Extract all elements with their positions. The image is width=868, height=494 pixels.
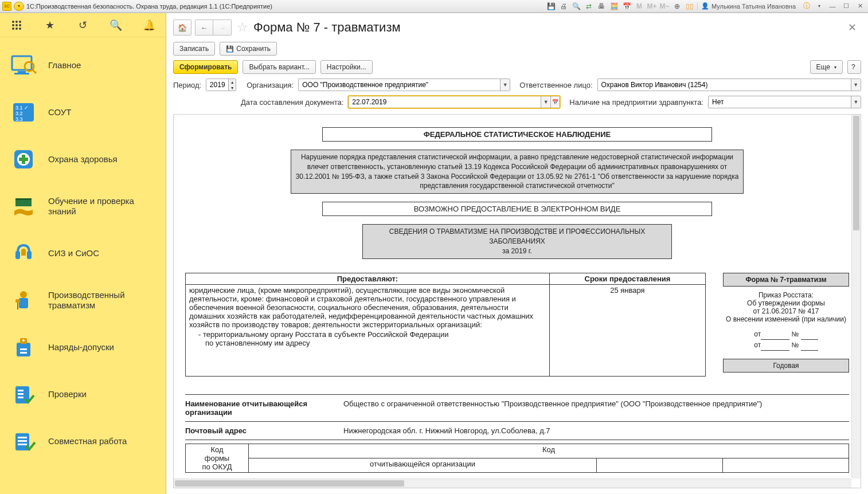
org-combo[interactable]: ▼ (298, 79, 510, 91)
m-plus-icon[interactable]: M+ (647, 2, 657, 11)
provide-cell: юридические лица, (кроме микропредприяти… (186, 284, 550, 376)
print-icon[interactable]: 🖨 (558, 2, 569, 11)
nav-label: Проверки (48, 389, 158, 399)
chevron-down-icon[interactable]: ▼ (541, 96, 550, 108)
back-button[interactable]: ← (195, 19, 213, 36)
period-label: Период: (173, 81, 201, 89)
favorites-star-icon[interactable]: ★ (41, 17, 58, 34)
chevron-down-icon[interactable]: ▼ (851, 96, 861, 108)
nav-main[interactable]: Главное (0, 42, 166, 89)
chevron-down-icon[interactable]: ▼ (851, 79, 861, 91)
user-box[interactable]: 👤 Мулькина Татьяна Ивановна (697, 2, 799, 10)
nav-sout[interactable]: 3.1 ✓3.23.3 СОУТ (0, 89, 166, 136)
period-input[interactable] (206, 79, 228, 91)
m-minus-icon[interactable]: M− (659, 2, 670, 11)
svg-text:3.1 ✓: 3.1 ✓ (15, 105, 29, 111)
history-icon[interactable]: ↺ (74, 17, 91, 34)
search-icon[interactable]: 🔍 (107, 17, 124, 34)
print2-icon[interactable]: 🖶 (596, 2, 607, 11)
svg-point-25 (20, 291, 27, 298)
period-spinner[interactable]: ▲▼ (206, 79, 236, 91)
forward-button[interactable]: → (213, 19, 232, 36)
notifications-bell-icon[interactable]: 🔔 (140, 17, 158, 34)
org-input[interactable] (299, 79, 500, 91)
medpoint-label: Наличие на предприятии здравпункта: (569, 98, 703, 107)
nav: Главное 3.1 ✓3.23.3 СОУТ Охрана здоровья… (0, 37, 166, 494)
svg-rect-23 (15, 251, 20, 259)
nav-checks[interactable]: Проверки (0, 371, 166, 418)
nav-label: Главное (48, 60, 158, 70)
minimize-button[interactable]: — (827, 2, 838, 11)
zoom-icon[interactable]: ⊕ (672, 2, 682, 11)
form-row-2: Дата составления документа: ▼ 📅 Наличие … (166, 93, 868, 111)
nav-label: Производственный травматизм (48, 290, 158, 311)
health-plus-icon (8, 146, 39, 172)
svg-point-1 (15, 21, 18, 23)
svg-rect-11 (14, 73, 29, 75)
app-menu-dropdown[interactable]: ▾ (14, 2, 24, 11)
compare-icon[interactable]: ⇄ (584, 2, 594, 11)
medpoint-combo[interactable]: ▼ (708, 96, 861, 108)
report-warning: Нарушение порядка представления статисти… (291, 150, 744, 194)
close-tab-button[interactable]: ✕ (843, 19, 861, 36)
panels-icon[interactable]: ▯▯ (685, 2, 695, 11)
m-icon[interactable]: M (634, 2, 644, 11)
svg-text:3.3: 3.3 (15, 116, 23, 122)
nav-injury[interactable]: Производственный травматизм (0, 277, 166, 324)
report-heading: ФЕДЕРАЛЬНОЕ СТАТИСТИЧЕСКОЕ НАБЛЮДЕНИЕ (322, 127, 712, 142)
chevron-down-icon[interactable]: ▼ (500, 79, 510, 91)
maximize-button[interactable]: ☐ (840, 2, 852, 11)
svg-text:3.2: 3.2 (15, 111, 23, 116)
more-button[interactable]: Еще▾ (810, 60, 843, 74)
choose-variant-button[interactable]: Выбрать вариант... (243, 60, 315, 74)
write-button[interactable]: Записать (173, 42, 215, 56)
preview-icon[interactable]: 🔍 (571, 2, 581, 11)
scrollbar-thumb[interactable] (175, 480, 404, 487)
spin-down-icon[interactable]: ▼ (229, 85, 236, 91)
svg-rect-37 (18, 397, 24, 398)
nav-label: Обучение и проверка знаний (48, 196, 158, 217)
help-button[interactable]: ? (847, 60, 861, 74)
docdate-input[interactable] (349, 96, 541, 108)
vertical-scrollbar[interactable] (851, 115, 861, 479)
form-meta-block: Форма № 7-травматизм Приказ Росстата: Об… (723, 273, 849, 377)
provide-header: Предоставляют: (186, 273, 550, 284)
calculator-icon[interactable]: 🧮 (609, 2, 619, 11)
calendar-icon[interactable]: 📅 (621, 2, 632, 11)
content: 🏠 ← → ☆ Форма № 7 - травматизм ✕ Записат… (166, 13, 868, 494)
svg-rect-33 (20, 352, 27, 354)
resp-input[interactable] (598, 79, 851, 91)
info-icon[interactable]: ⓘ (801, 2, 812, 11)
nav-permits[interactable]: Наряды-допуски (0, 324, 166, 371)
user-name: Мулькина Татьяна Ивановна (711, 3, 796, 10)
horizontal-scrollbar[interactable] (174, 479, 851, 488)
medpoint-input[interactable] (709, 96, 851, 108)
svg-rect-36 (18, 393, 24, 395)
docdate-combo[interactable]: ▼ 📅 (348, 96, 560, 108)
home-button[interactable]: 🏠 (173, 19, 191, 36)
collab-list-check-icon (8, 428, 39, 454)
scrollbar-thumb[interactable] (853, 116, 859, 230)
svg-rect-40 (18, 440, 27, 442)
info-dropdown-icon[interactable]: ▾ (814, 2, 824, 11)
svg-rect-41 (18, 444, 27, 445)
apps-grid-icon[interactable] (8, 17, 25, 34)
nav-health[interactable]: Охрана здоровья (0, 136, 166, 183)
spin-up-icon[interactable]: ▲ (229, 79, 236, 85)
nav-siz[interactable]: СИЗ и СиОС (0, 230, 166, 277)
resp-combo[interactable]: ▼ (597, 79, 861, 91)
post-address-row: Почтовый адрес Нижнегородская обл. г. Ни… (185, 422, 849, 440)
deadline-header: Сроки предоставления (549, 273, 705, 284)
nav-training[interactable]: Обучение и проверка знаний (0, 183, 166, 230)
favorite-star-icon[interactable]: ☆ (235, 20, 250, 35)
nav-collab[interactable]: Совместная работа (0, 418, 166, 465)
generate-button[interactable]: Сформировать (173, 60, 238, 74)
save-icon[interactable]: 💾 (546, 2, 556, 11)
close-window-button[interactable]: ✕ (854, 2, 866, 11)
checklist-icon (8, 381, 39, 407)
calendar-picker-icon[interactable]: 📅 (550, 96, 560, 108)
svg-rect-26 (19, 298, 28, 308)
settings-button[interactable]: Настройки... (320, 60, 373, 74)
deadline-cell: 25 января (549, 284, 705, 376)
save-button[interactable]: 💾Сохранить (220, 42, 277, 56)
